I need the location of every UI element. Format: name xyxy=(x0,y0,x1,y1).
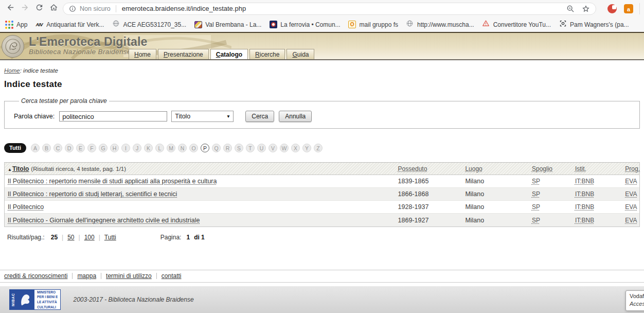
alphabet-letter-p[interactable]: P xyxy=(201,144,209,152)
alphabet-letter-f[interactable]: F xyxy=(87,144,96,152)
alphabet-letter-w[interactable]: W xyxy=(280,144,289,152)
alphabet-all-button[interactable]: Tutti xyxy=(4,143,26,153)
alphabet-letter-h[interactable]: H xyxy=(110,144,119,152)
bookmark-item[interactable]: La ferrovia • Comun... xyxy=(269,21,340,29)
row-title-link[interactable]: Il Politecnico - Giornale dell'ingegnere… xyxy=(8,217,200,224)
row-prog-link[interactable]: EVA xyxy=(625,203,637,211)
tab-home[interactable]: Home xyxy=(129,49,156,59)
footer-link-contatti[interactable]: contatti xyxy=(162,272,182,280)
reset-button[interactable]: Annulla xyxy=(279,111,312,122)
page-size-all-link[interactable]: Tutti xyxy=(104,234,116,241)
keyword-label: Parola chiave: xyxy=(14,113,55,120)
row-istit-link[interactable]: IT:BNB xyxy=(575,217,594,224)
tab-catalogo[interactable]: Catalogo xyxy=(210,49,248,59)
bookmark-item[interactable]: Omail gruppo fs xyxy=(348,21,398,29)
extension-icon-red[interactable] xyxy=(607,4,617,13)
keyword-input[interactable] xyxy=(59,111,167,121)
breadcrumb-home-link[interactable]: Home xyxy=(4,67,20,74)
alphabet-filter: Tutti ABCDEFGHIJKLMNOPQRSTUVWXYZ xyxy=(4,143,644,153)
browser-toolbar: Non sicuro emeroteca.braidense.it/indice… xyxy=(0,0,644,17)
column-header-prog[interactable]: Prog. xyxy=(625,165,640,172)
alphabet-letter-o[interactable]: O xyxy=(189,144,198,152)
column-header-posseduto[interactable]: Posseduto xyxy=(398,165,427,172)
alphabet-letter-c[interactable]: C xyxy=(53,144,62,152)
row-title-link[interactable]: Il Politecnico : repertorio di studj let… xyxy=(8,190,177,198)
zoom-out-icon[interactable] xyxy=(566,5,575,13)
search-button[interactable]: Cerca xyxy=(245,111,274,122)
home-button[interactable] xyxy=(46,2,61,16)
row-spoglio-link[interactable]: SP xyxy=(532,203,540,211)
camera-icon xyxy=(559,20,567,29)
page-size-100-link[interactable]: 100 xyxy=(84,234,95,241)
search-field-select[interactable]: Titolo ▼ xyxy=(171,111,234,122)
site-header: L'Emeroteca Digitale Biblioteca Nazional… xyxy=(0,32,644,60)
footer-link-mappa[interactable]: mappa xyxy=(77,272,96,280)
bookmark-star-icon[interactable] xyxy=(582,5,590,13)
info-icon[interactable] xyxy=(69,5,76,12)
back-button[interactable] xyxy=(3,2,17,16)
row-istit-link[interactable]: IT:BNB xyxy=(575,203,594,211)
row-title-link[interactable]: Il Politecnico xyxy=(8,203,44,211)
extension-icon-shopping[interactable]: a xyxy=(624,4,633,13)
sort-asc-icon: ▲ xyxy=(8,167,12,172)
alphabet-letter-k[interactable]: K xyxy=(144,144,153,152)
alphabet-letter-x[interactable]: X xyxy=(291,144,300,152)
ministry-logo: MiBAC MINISTERO PER I BENI E LE ATTIVITÀ… xyxy=(9,289,61,310)
tab-ricerche[interactable]: Ricerche xyxy=(249,49,285,59)
alphabet-letter-g[interactable]: G xyxy=(99,144,108,152)
alphabet-letter-s[interactable]: S xyxy=(235,144,243,152)
alphabet-letter-r[interactable]: R xyxy=(223,144,232,152)
tab-presentazione[interactable]: Presentazione xyxy=(158,49,209,59)
forward-button[interactable] xyxy=(17,2,32,16)
alphabet-letter-d[interactable]: D xyxy=(65,144,74,152)
bookmark-item[interactable]: Convertitore YouTu... xyxy=(482,21,551,29)
row-istit-link[interactable]: IT:BNB xyxy=(575,190,594,198)
bookmark-item[interactable]: App xyxy=(5,21,27,29)
bookmark-item[interactable]: Val Brembana - La... xyxy=(194,21,261,29)
mail-icon: O xyxy=(348,21,356,28)
row-spoglio-link[interactable]: SP xyxy=(532,217,540,224)
alphabet-letter-j[interactable]: J xyxy=(133,144,141,152)
row-title-link[interactable]: Il Politecnico : repertorio mensile di s… xyxy=(8,178,217,185)
selected-field: Titolo xyxy=(175,113,190,120)
alphabet-letter-u[interactable]: U xyxy=(257,144,266,152)
bookmark-item[interactable]: ACE AEG531270_35... xyxy=(112,21,186,29)
row-istit-link[interactable]: IT:BNB xyxy=(575,178,594,185)
alphabet-letter-z[interactable]: Z xyxy=(314,144,323,152)
row-prog-link[interactable]: EVA xyxy=(625,217,637,224)
table-row: Il Politecnico1928-1937MilanoSPIT:BNBEVA xyxy=(5,201,639,214)
bookmarks-bar: AppAIVAntiquariat für Verk...ACE AEG5312… xyxy=(0,17,644,32)
alphabet-letter-a[interactable]: A xyxy=(31,144,40,152)
alphabet-letter-e[interactable]: E xyxy=(76,144,85,152)
alphabet-letter-m[interactable]: M xyxy=(167,144,175,152)
footer-link-crediti[interactable]: crediti & riconoscimenti xyxy=(4,272,67,280)
url-text[interactable]: emeroteca.braidense.it/indice_testate.ph… xyxy=(122,5,246,12)
alphabet-letter-y[interactable]: Y xyxy=(302,144,311,152)
footer-link-termini[interactable]: termini di utilizzo xyxy=(106,272,152,280)
column-header-istit[interactable]: Istit. xyxy=(575,165,586,172)
column-header-luogo[interactable]: Luogo xyxy=(465,165,482,172)
alphabet-letter-q[interactable]: Q xyxy=(212,144,221,152)
alphabet-letter-t[interactable]: T xyxy=(246,144,255,152)
bookmark-label: ACE AEG531270_35... xyxy=(123,21,186,28)
alphabet-letter-v[interactable]: V xyxy=(269,144,277,152)
alphabet-letter-i[interactable]: I xyxy=(121,144,130,152)
bookmark-item[interactable]: AIVAntiquariat für Verk... xyxy=(35,21,104,29)
alphabet-letter-b[interactable]: B xyxy=(42,144,51,152)
alphabet-letter-l[interactable]: L xyxy=(155,144,164,152)
bookmark-item[interactable]: Pam Wagners's (pa... xyxy=(559,21,629,29)
tab-guida[interactable]: Guida xyxy=(287,49,314,59)
row-prog-link[interactable]: EVA xyxy=(625,178,637,185)
page-size-50-link[interactable]: 50 xyxy=(67,234,74,241)
refresh-button[interactable] xyxy=(32,2,46,16)
column-header-titolo[interactable]: Titolo xyxy=(12,165,29,172)
address-bar[interactable]: Non sicuro emeroteca.braidense.it/indice… xyxy=(63,3,596,15)
row-spoglio-link[interactable]: SP xyxy=(532,190,540,198)
bookmark-item[interactable]: http://www.muscha... xyxy=(406,21,474,29)
column-header-spoglio[interactable]: Spoglio xyxy=(532,165,552,172)
row-spoglio-link[interactable]: SP xyxy=(532,178,540,185)
alphabet-letter-n[interactable]: N xyxy=(178,144,187,152)
vodafone-popup[interactable]: Vodafo Access xyxy=(625,290,644,311)
row-prog-link[interactable]: EVA xyxy=(625,190,637,198)
apps-grid-icon xyxy=(8,24,10,26)
